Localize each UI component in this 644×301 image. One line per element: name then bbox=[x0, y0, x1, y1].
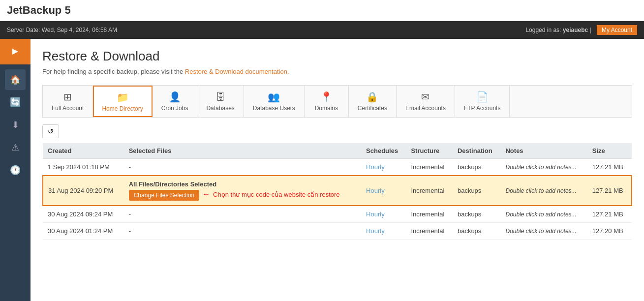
login-info: Logged in as: yeiauebc | My Account bbox=[525, 25, 637, 35]
toolbar: ↺ bbox=[42, 124, 632, 138]
main-content: Restore & Download For help finding a sp… bbox=[31, 39, 644, 301]
cell-size: 127.20 MB bbox=[587, 223, 632, 240]
cell-destination: backups bbox=[453, 176, 501, 206]
tab-home-directory[interactable]: 📁Home Directory bbox=[93, 86, 152, 117]
cell-schedules: Hourly bbox=[361, 206, 406, 223]
page-subtitle: For help finding a specific backup, plea… bbox=[42, 68, 632, 75]
cell-destination: backups bbox=[453, 206, 501, 223]
sidebar-item-alerts[interactable]: ⚠ bbox=[5, 137, 26, 158]
page-title: Restore & Download bbox=[42, 49, 632, 64]
cell-schedules: Hourly bbox=[361, 159, 406, 176]
tab-domains[interactable]: 📍Domains bbox=[305, 86, 349, 117]
app-title-bar: JetBackup 5 bbox=[0, 0, 644, 21]
col-created: Created bbox=[43, 143, 124, 159]
username: yeiauebc bbox=[563, 27, 588, 33]
jetbackup-logo-icon bbox=[7, 44, 23, 60]
tab-cron-jobs[interactable]: 👤Cron Jobs bbox=[153, 86, 198, 117]
cell-notes[interactable]: Double click to add notes... bbox=[500, 206, 587, 223]
app-title: JetBackup 5 bbox=[7, 4, 71, 16]
database-users-icon: 👥 bbox=[268, 91, 280, 103]
layout: 🏠 🔄 ⬇ ⚠ 🕐 Restore & Download For help fi… bbox=[0, 39, 644, 301]
cell-created: 30 Aug 2024 01:24 PM bbox=[43, 223, 124, 240]
tab-full-account[interactable]: ⊞Full Account bbox=[43, 86, 93, 117]
cell-selected-files: All Files/Directories SelectedChange Fil… bbox=[124, 176, 361, 206]
sidebar-logo bbox=[0, 39, 31, 64]
col-structure: Structure bbox=[406, 143, 452, 159]
cell-created: 31 Aug 2024 09:20 PM bbox=[43, 176, 124, 206]
domains-icon: 📍 bbox=[320, 91, 333, 103]
cell-schedules: Hourly bbox=[361, 176, 406, 206]
annotation-area: Change Files Selection ← Chọn thư mục co… bbox=[129, 188, 356, 201]
cell-schedules: Hourly bbox=[361, 223, 406, 240]
col-size: Size bbox=[587, 143, 632, 159]
col-destination: Destination bbox=[453, 143, 501, 159]
col-schedules: Schedules bbox=[361, 143, 406, 159]
cron-jobs-icon: 👤 bbox=[169, 91, 181, 103]
change-files-selection-button[interactable]: Change Files Selection bbox=[129, 190, 199, 201]
sidebar-item-home[interactable]: 🏠 bbox=[5, 69, 26, 90]
cell-selected-files: - bbox=[124, 223, 361, 240]
cell-destination: backups bbox=[453, 223, 501, 240]
ftp-accounts-icon: 📄 bbox=[476, 91, 489, 103]
backup-table: CreatedSelected FilesSchedulesStructureD… bbox=[42, 143, 632, 240]
table-row[interactable]: 31 Aug 2024 09:20 PMAll Files/Directorie… bbox=[43, 176, 632, 206]
refresh-button[interactable]: ↺ bbox=[42, 124, 59, 138]
email-accounts-icon: ✉ bbox=[421, 91, 429, 103]
cell-size: 127.21 MB bbox=[587, 206, 632, 223]
sidebar-item-restore[interactable]: 🔄 bbox=[5, 92, 26, 113]
tab-database-users[interactable]: 👥Database Users bbox=[244, 86, 305, 117]
certificates-icon: 🔒 bbox=[366, 91, 378, 103]
sidebar-item-history[interactable]: 🕐 bbox=[5, 160, 26, 181]
all-files-label: All Files/Directories Selected bbox=[129, 181, 356, 188]
tab-ftp-accounts[interactable]: 📄FTP Accounts bbox=[455, 86, 510, 117]
annotation-text: Chọn thư mục code của website cần restor… bbox=[213, 191, 340, 198]
databases-icon: 🗄 bbox=[215, 91, 225, 103]
col-selected-files: Selected Files bbox=[124, 143, 361, 159]
tab-certificates[interactable]: 🔒Certificates bbox=[349, 86, 397, 117]
server-date: Server Date: Wed, Sep 4, 2024, 06:58 AM bbox=[7, 27, 117, 33]
cell-selected-files: - bbox=[124, 206, 361, 223]
cell-structure: Incremental bbox=[406, 223, 452, 240]
cell-notes[interactable]: Double click to add notes... bbox=[500, 176, 587, 206]
cell-notes[interactable]: Double click to add notes... bbox=[500, 159, 587, 176]
sidebar-nav: 🏠 🔄 ⬇ ⚠ 🕐 bbox=[0, 69, 31, 181]
sidebar: 🏠 🔄 ⬇ ⚠ 🕐 bbox=[0, 39, 31, 301]
table-row[interactable]: 1 Sep 2024 01:18 PM-HourlyIncrementalbac… bbox=[43, 159, 632, 176]
cell-structure: Incremental bbox=[406, 159, 452, 176]
top-bar: Server Date: Wed, Sep 4, 2024, 06:58 AM … bbox=[0, 21, 644, 39]
annotation-arrow-icon: ← bbox=[202, 190, 210, 199]
table-header: CreatedSelected FilesSchedulesStructureD… bbox=[43, 143, 632, 159]
documentation-link[interactable]: Restore & Download documentation. bbox=[185, 68, 289, 75]
tabs-bar: ⊞Full Account📁Home Directory👤Cron Jobs🗄D… bbox=[42, 85, 632, 118]
cell-size: 127.21 MB bbox=[587, 176, 632, 206]
cell-created: 30 Aug 2024 09:24 PM bbox=[43, 206, 124, 223]
table-body: 1 Sep 2024 01:18 PM-HourlyIncrementalbac… bbox=[43, 159, 632, 240]
sidebar-item-download[interactable]: ⬇ bbox=[5, 115, 26, 135]
my-account-button[interactable]: My Account bbox=[597, 25, 637, 35]
tab-databases[interactable]: 🗄Databases bbox=[197, 86, 244, 117]
cell-destination: backups bbox=[453, 159, 501, 176]
table-row[interactable]: 30 Aug 2024 09:24 PM-HourlyIncrementalba… bbox=[43, 206, 632, 223]
table-row[interactable]: 30 Aug 2024 01:24 PM-HourlyIncrementalba… bbox=[43, 223, 632, 240]
cell-structure: Incremental bbox=[406, 206, 452, 223]
cell-size: 127.21 MB bbox=[587, 159, 632, 176]
cell-created: 1 Sep 2024 01:18 PM bbox=[43, 159, 124, 176]
home-directory-icon: 📁 bbox=[117, 91, 129, 103]
cell-selected-files: - bbox=[124, 159, 361, 176]
tab-email-accounts[interactable]: ✉Email Accounts bbox=[397, 86, 455, 117]
col-notes: Notes bbox=[500, 143, 587, 159]
full-account-icon: ⊞ bbox=[63, 91, 72, 103]
cell-notes[interactable]: Double click to add notes... bbox=[500, 223, 587, 240]
cell-structure: Incremental bbox=[406, 176, 452, 206]
